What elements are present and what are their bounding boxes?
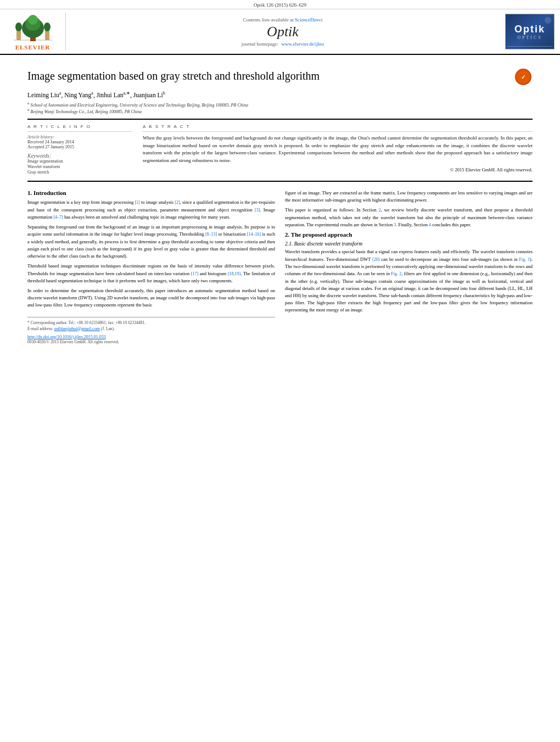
footnote-corresponding: * Corresponding author. Tel.: +86 10 623…: [27, 320, 275, 325]
contents-label: Contents lists available at: [243, 17, 294, 23]
keyword-2: Wavelet transform: [27, 164, 132, 169]
affiliations: a School of Automation and Electrical En…: [27, 101, 533, 114]
author-jinhui: Jinhui Lan: [97, 92, 124, 98]
author-sup-b: b: [163, 91, 165, 96]
abstract-body: When the gray levels between the foregro…: [143, 135, 533, 163]
section1-para1: Image segmentation is a key step from im…: [27, 199, 275, 221]
journal-citation: Optik 126 (2015) 626–629: [254, 2, 306, 8]
affil-a-text: School of Automation and Electrical Engi…: [31, 102, 248, 107]
svg-text:✓: ✓: [521, 74, 525, 80]
cite-18-19[interactable]: [18,19]: [228, 271, 240, 276]
author-ning: Ning Yang: [64, 92, 91, 98]
issn-line: 0030-4026/© 2015 Elsevier GmbH. All righ…: [27, 339, 275, 344]
accepted-line: Accepted 27 January 2015: [27, 144, 132, 149]
cite-sec2[interactable]: 2: [379, 208, 381, 213]
article-history: Article history: Received 24 January 201…: [27, 135, 132, 149]
author-sup-a2: a: [91, 91, 93, 96]
abstract-header: A B S T R A C T: [143, 124, 533, 129]
section1-para3: Threshold based image segmentation techn…: [27, 263, 275, 284]
optik-logo-text: Optik: [514, 24, 545, 35]
header-divider: [27, 119, 533, 120]
cite-3[interactable]: [3]: [255, 208, 260, 213]
authors-line: Leiming Liua, Ning Yanga, Jinhui Lana,∗,…: [27, 91, 533, 98]
abstract-text: When the gray levels between the foregro…: [143, 135, 533, 174]
section1-para2: Separating the foreground out from the b…: [27, 224, 275, 260]
cite-1[interactable]: [1]: [135, 200, 139, 205]
journal-title: Optik: [71, 24, 494, 40]
section1-right-para2: This paper is organized as follows: In S…: [285, 207, 533, 228]
author-sup-a3: a,∗: [124, 91, 131, 96]
footnote-email: E-mail address: ustblanjinhui@gmail.com …: [27, 326, 275, 331]
cite-2[interactable]: [2]: [175, 200, 180, 205]
cite-sec3[interactable]: 3: [394, 222, 396, 227]
footnote-area: * Corresponding author. Tel.: +86 10 623…: [27, 317, 275, 344]
affiliation-b: b Beijing Wanji Techonology Co., Ltd, Be…: [27, 108, 533, 114]
affil-sup-a: a: [27, 101, 30, 105]
article-info-header: A R T I C L E I N F O: [27, 124, 132, 129]
homepage-link[interactable]: www.elsevier.de/ijleo: [281, 41, 324, 47]
doi-link[interactable]: http://dx.doi.org/10.1016/j.ijleo.2015.0…: [27, 334, 106, 339]
optik-logo-subtext: OPTICS: [517, 35, 542, 40]
abstract-col: A B S T R A C T When the gray levels bet…: [143, 124, 533, 175]
section1-para4: In order to determine the segmentation t…: [27, 287, 275, 309]
affil-b-text: Beijing Wanji Techonology Co., Ltd, Beij…: [31, 109, 142, 114]
article-title-row: Image segmentation based on gray stretch…: [27, 69, 533, 86]
cite-14-16[interactable]: [14–16]: [247, 232, 261, 237]
cite-8-13[interactable]: [8–13]: [205, 232, 217, 237]
article-title-text: Image segmentation based on gray stretch…: [27, 69, 509, 83]
email-link[interactable]: ustblanjinhui@gmail.com: [54, 326, 100, 331]
affil-sup-b: b: [27, 108, 30, 112]
right-column: figure of an image. They are extracted a…: [285, 189, 533, 345]
cite-4-7[interactable]: [4–7]: [53, 215, 63, 220]
crossmark-badge[interactable]: ✓: [515, 69, 533, 86]
cite-20[interactable]: [20]: [372, 257, 379, 262]
email-suffix: (J. Lan).: [101, 326, 115, 331]
body-divider: [27, 181, 533, 182]
abstract-divider: [143, 131, 533, 132]
article-info-col: A R T I C L E I N F O Article history: R…: [27, 124, 132, 175]
email-label: E-mail address:: [27, 326, 54, 331]
received-line: Received 24 January 2014: [27, 140, 132, 144]
info-abstract-row: A R T I C L E I N F O Article history: R…: [27, 124, 533, 175]
page: Optik 126 (2015) 626–629 ELSEVIER: [0, 0, 560, 742]
author-juanjuan: Juanjuan Li: [133, 92, 163, 98]
cite-17[interactable]: [17]: [191, 271, 198, 276]
footer-doi: http://dx.doi.org/10.1016/j.ijleo.2015.0…: [27, 334, 275, 339]
homepage-label: journal homepage:: [242, 41, 278, 47]
contents-availability: Contents lists available at ScienceDirec…: [71, 17, 494, 23]
author-sup-a1: a: [59, 91, 61, 96]
copyright-notice: © 2015 Elsevier GmbH. All rights reserve…: [143, 166, 533, 174]
history-label: Article history:: [27, 135, 132, 140]
main-content: Image segmentation based on gray stretch…: [0, 55, 560, 354]
body-columns: 1. Introduction Image segmentation is a …: [27, 189, 533, 345]
sciencedirect-link[interactable]: ScienceDirect: [295, 17, 322, 23]
affiliation-a: a School of Automation and Electrical En…: [27, 101, 533, 108]
top-bar: Optik 126 (2015) 626–629: [0, 0, 560, 9]
elsevier-brand-text: ELSEVIER: [15, 44, 51, 51]
elsevier-logo: ELSEVIER: [5, 13, 66, 51]
cite-fig1[interactable]: Fig. 1: [519, 257, 530, 262]
homepage-line: journal homepage: www.elsevier.de/ijleo: [71, 41, 494, 47]
author-leiming: Leiming Liu: [27, 92, 59, 98]
keywords-section: Keywords: Image segmentation Wavelet tra…: [27, 153, 132, 175]
keyword-3: Gray stretch: [27, 170, 132, 175]
section1-title: 1. Introduction: [27, 189, 275, 196]
section1-right-para1: figure of an image. They are extracted a…: [285, 189, 533, 204]
cite-fig2[interactable]: Fig. 2: [391, 271, 401, 276]
svg-point-7: [44, 23, 51, 31]
elsevier-tree-icon: [14, 13, 52, 43]
cite-sec4[interactable]: 4: [429, 222, 431, 227]
info-divider: [27, 131, 132, 132]
journal-header: ELSEVIER Contents lists available at Sci…: [0, 9, 560, 55]
journal-center: Contents lists available at ScienceDirec…: [71, 17, 494, 47]
keyword-1: Image segmentation: [27, 159, 132, 164]
svg-point-6: [15, 23, 22, 31]
received-date: Received 24 January 2014 Accepted 27 Jan…: [27, 140, 132, 149]
section2-1-para: Wavelet transform provides a special bas…: [285, 248, 533, 314]
keywords-label: Keywords:: [27, 153, 132, 159]
optik-logo-box: Optik OPTICS: [494, 14, 555, 49]
subsection2-1-title: 2.1. Basic discrete wavelet transform: [285, 241, 533, 247]
left-column: 1. Introduction Image segmentation is a …: [27, 189, 275, 345]
crossmark-icon: ✓: [515, 69, 531, 85]
svg-point-3: [28, 15, 38, 25]
